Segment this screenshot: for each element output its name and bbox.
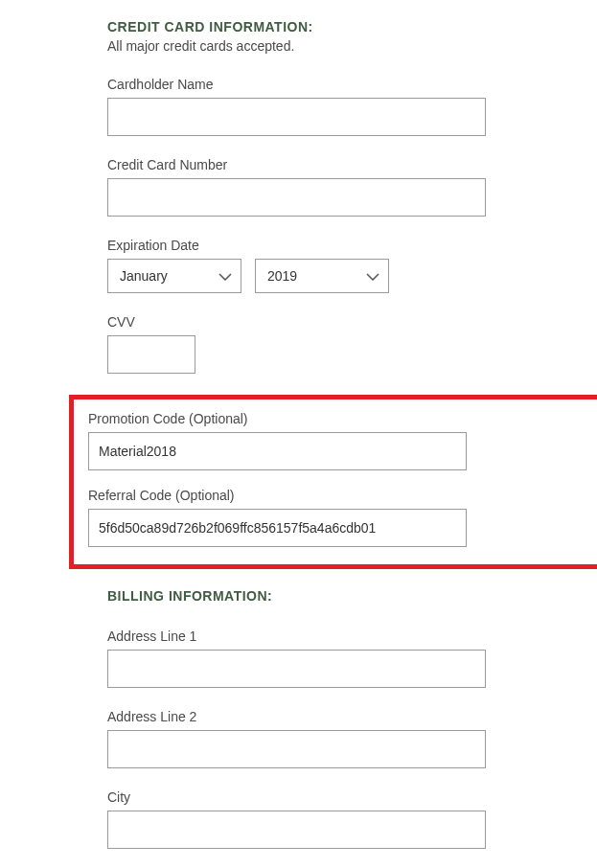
promo-code-label: Promotion Code (Optional): [88, 411, 597, 426]
referral-code-input[interactable]: [88, 509, 467, 547]
card-number-label: Credit Card Number: [107, 157, 540, 172]
referral-code-group: Referral Code (Optional): [88, 488, 597, 547]
highlighted-promo-section: Promotion Code (Optional) Referral Code …: [69, 395, 597, 569]
address1-label: Address Line 1: [107, 628, 540, 644]
address2-label: Address Line 2: [107, 709, 540, 724]
cardholder-name-input[interactable]: [107, 98, 486, 136]
expiration-group: Expiration Date January 2019: [107, 238, 540, 293]
expiration-month-wrap: January: [107, 259, 241, 293]
address2-group: Address Line 2: [107, 709, 540, 768]
cvv-input[interactable]: [107, 335, 195, 374]
city-label: City: [107, 789, 540, 805]
expiration-label: Expiration Date: [107, 238, 540, 253]
cvv-label: CVV: [107, 314, 540, 330]
promo-code-input[interactable]: [88, 432, 467, 470]
cardholder-name-label: Cardholder Name: [107, 77, 540, 92]
billing-section: BILLING INFORMATION: Address Line 1 Addr…: [0, 588, 597, 868]
address1-group: Address Line 1: [107, 628, 540, 688]
referral-code-label: Referral Code (Optional): [88, 488, 597, 503]
address2-input[interactable]: [107, 730, 486, 768]
expiration-month-select[interactable]: January: [107, 259, 241, 293]
city-input[interactable]: [107, 811, 486, 849]
credit-card-subtext: All major credit cards accepted.: [107, 38, 540, 54]
expiration-year-wrap: 2019: [255, 259, 389, 293]
address1-input[interactable]: [107, 650, 486, 688]
cvv-group: CVV: [107, 314, 540, 374]
billing-heading: BILLING INFORMATION:: [107, 588, 540, 604]
credit-card-section: CREDIT CARD INFORMATION: All major credi…: [0, 19, 597, 374]
promo-code-group: Promotion Code (Optional): [88, 411, 597, 470]
card-number-group: Credit Card Number: [107, 157, 540, 217]
card-number-input[interactable]: [107, 178, 486, 217]
expiration-year-select[interactable]: 2019: [255, 259, 389, 293]
credit-card-heading: CREDIT CARD INFORMATION:: [107, 19, 540, 34]
city-group: City: [107, 789, 540, 849]
cardholder-name-group: Cardholder Name: [107, 77, 540, 136]
